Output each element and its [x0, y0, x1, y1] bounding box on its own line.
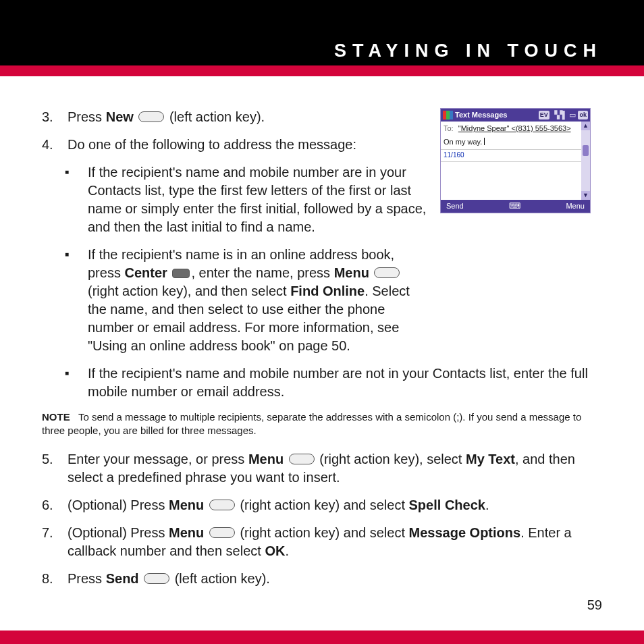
battery-icon: ▭: [569, 110, 576, 120]
screenshot-softkey-bar: Send ⌨ Menu: [441, 200, 590, 213]
windows-flag-icon: [443, 111, 453, 119]
page-header-title: STAYING IN TOUCH: [334, 41, 602, 61]
scroll-down-icon[interactable]: ▼: [581, 191, 590, 200]
action-key-icon: [138, 111, 164, 122]
softkey-send[interactable]: Send: [446, 201, 464, 211]
scroll-up-icon[interactable]: ▲: [581, 122, 590, 130]
center-key-icon: [172, 269, 190, 278]
action-key-icon: [144, 573, 169, 584]
footer-red-bar: [0, 630, 644, 644]
step-4-bullet-3: ■ If the recipient's name and mobile num…: [65, 365, 602, 401]
ok-button[interactable]: ok: [578, 111, 588, 119]
step-4: 4. Do one of the following to address th…: [42, 136, 428, 154]
to-value: "Midyne Spear" <(831) 555-3563>: [458, 124, 571, 132]
header-red-bar: [0, 65, 644, 76]
action-key-icon: [289, 454, 315, 464]
step-3: 3. Press New (left action key).: [42, 108, 428, 126]
screenshot-message-body[interactable]: On my way.: [441, 135, 581, 150]
action-key-icon: [374, 267, 400, 278]
note-block: NOTE To send a message to multiple recip…: [42, 410, 602, 438]
step-4-bullet-2: ■ If the recipient's name is in an onlin…: [65, 246, 428, 355]
step-4-bullet-1: ■ If the recipient's name and mobile num…: [65, 163, 428, 236]
softkey-menu[interactable]: Menu: [566, 201, 585, 211]
to-label: To:: [444, 124, 454, 132]
step-7: 7. (Optional) Press Menu (right action k…: [42, 524, 602, 560]
keyboard-icon[interactable]: ⌨: [509, 200, 520, 211]
step-6: 6. (Optional) Press Menu (right action k…: [42, 496, 602, 514]
signal-icon: ▝▞▌: [552, 110, 568, 120]
action-key-icon: [209, 500, 235, 510]
screenshot-title-text: Text Messages: [455, 110, 539, 120]
page-number: 59: [587, 597, 602, 613]
action-key-icon: [209, 527, 235, 538]
screenshot-scrollbar[interactable]: ▲ ▼: [581, 122, 590, 200]
step-5: 5. Enter your message, or press Menu (ri…: [42, 450, 602, 487]
phone-screenshot: Text Messages EV ▝▞▌ ▭ ok To: "Midyne Sp…: [440, 108, 602, 257]
screenshot-to-field[interactable]: To: "Midyne Spear" <(831) 555-3563>: [441, 122, 581, 135]
ev-indicator: EV: [539, 111, 549, 119]
screenshot-titlebar: Text Messages EV ▝▞▌ ▭ ok: [441, 109, 590, 122]
screenshot-char-counter: 11/160: [441, 150, 581, 162]
step-8: 8. Press Send (left action key).: [42, 570, 602, 588]
page-content: Text Messages EV ▝▞▌ ▭ ok To: "Midyne Sp…: [42, 108, 602, 597]
